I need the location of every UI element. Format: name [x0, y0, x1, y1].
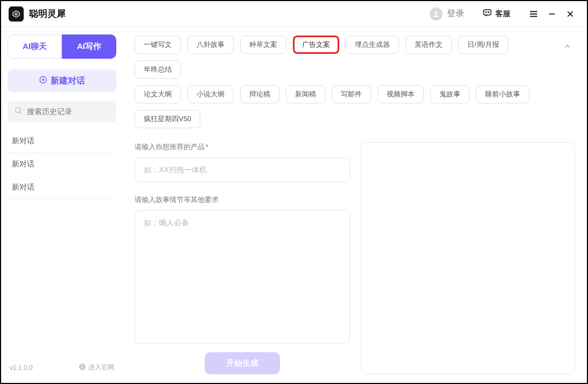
- search-box[interactable]: [8, 101, 116, 122]
- template-tag[interactable]: 视频脚本: [377, 85, 424, 103]
- enter-site-label: 进入官网: [88, 363, 114, 372]
- extra-label: 请输入故事情节等其他要求: [135, 195, 350, 205]
- app-title: 聪明灵犀: [29, 8, 66, 20]
- extra-textarea[interactable]: [135, 210, 350, 344]
- template-tag[interactable]: 写邮件: [332, 85, 371, 103]
- sidebar: AI聊天 AI写作 新建对话 新对话 新对话 新对话 v1.1.0.0: [1, 27, 123, 383]
- mode-tabs: AI聊天 AI写作: [8, 34, 116, 59]
- template-tag[interactable]: 一键写文: [135, 36, 181, 54]
- history-item[interactable]: 新对话: [8, 153, 116, 176]
- svg-point-15: [16, 108, 20, 113]
- svg-point-4: [486, 12, 487, 13]
- template-tag[interactable]: 年终总结: [135, 60, 181, 79]
- svg-line-16: [20, 112, 22, 114]
- version-label: v1.1.0.0: [10, 364, 33, 372]
- template-tag[interactable]: 八卦故事: [187, 36, 234, 54]
- main-panel: 一键写文八卦故事种草文案广告文案埋点生成器英语作文日/周/月报年终总结 论文大纲…: [123, 27, 587, 383]
- template-tag[interactable]: 鬼故事: [430, 85, 470, 103]
- product-input[interactable]: [135, 157, 350, 182]
- enter-site-link[interactable]: 进入官网: [79, 363, 114, 372]
- template-tag[interactable]: 睡前小故事: [476, 85, 529, 103]
- template-tag[interactable]: 小说大纲: [187, 85, 234, 103]
- svg-rect-3: [484, 10, 491, 15]
- template-tag[interactable]: 广告文案: [293, 36, 339, 54]
- sidebar-footer: v1.1.0.0 进入官网: [8, 360, 116, 375]
- app-logo-icon: [9, 6, 24, 22]
- template-tag[interactable]: 种草文案: [240, 36, 286, 54]
- tab-ai-chat[interactable]: AI聊天: [8, 34, 62, 59]
- generate-button[interactable]: 开始生成: [205, 352, 280, 374]
- template-tag[interactable]: 日/周/月报: [458, 36, 508, 54]
- history-list: 新对话 新对话 新对话: [8, 130, 116, 199]
- svg-marker-0: [13, 11, 19, 17]
- output-box: [361, 142, 575, 374]
- template-tags: 一键写文八卦故事种草文案广告文案埋点生成器英语作文日/周/月报年终总结 论文大纲…: [135, 36, 575, 128]
- search-input[interactable]: [27, 107, 121, 116]
- titlebar: 聪明灵犀 登录 客服: [1, 1, 587, 27]
- search-icon: [14, 106, 23, 117]
- chat-bubble-icon: [482, 8, 492, 19]
- template-tag[interactable]: 新闻稿: [286, 85, 325, 103]
- template-tag[interactable]: 论文大纲: [135, 85, 181, 103]
- template-tag[interactable]: 疯狂星期四V50: [135, 110, 200, 128]
- form-area: 请输入你想推荐的产品* 请输入故事情节等其他要求 开始生成: [135, 142, 575, 374]
- menu-button[interactable]: [524, 5, 543, 23]
- history-item[interactable]: 新对话: [8, 130, 116, 153]
- globe-icon: [79, 363, 86, 372]
- customer-service-button[interactable]: 客服: [477, 6, 516, 22]
- tab-ai-write[interactable]: AI写作: [62, 34, 116, 59]
- svg-point-5: [488, 12, 489, 13]
- minimize-button[interactable]: [543, 5, 561, 23]
- login-label: 登录: [447, 8, 464, 19]
- template-tag[interactable]: 埋点生成器: [346, 36, 399, 54]
- login-button[interactable]: 登录: [430, 8, 464, 20]
- new-chat-button[interactable]: 新建对话: [8, 69, 116, 92]
- plus-icon: [39, 75, 47, 86]
- avatar-icon: [430, 8, 443, 20]
- new-chat-label: 新建对话: [51, 75, 85, 87]
- collapse-tags-button[interactable]: [560, 39, 575, 54]
- template-tag[interactable]: 英语作文: [405, 36, 452, 54]
- history-item[interactable]: 新对话: [8, 176, 116, 199]
- svg-point-2: [435, 11, 438, 14]
- svg-point-1: [15, 13, 17, 15]
- customer-service-label: 客服: [495, 9, 510, 19]
- close-button[interactable]: [561, 5, 579, 23]
- product-label: 请输入你想推荐的产品*: [135, 142, 350, 152]
- template-tag[interactable]: 辩论稿: [240, 85, 279, 103]
- required-star-icon: *: [206, 143, 208, 151]
